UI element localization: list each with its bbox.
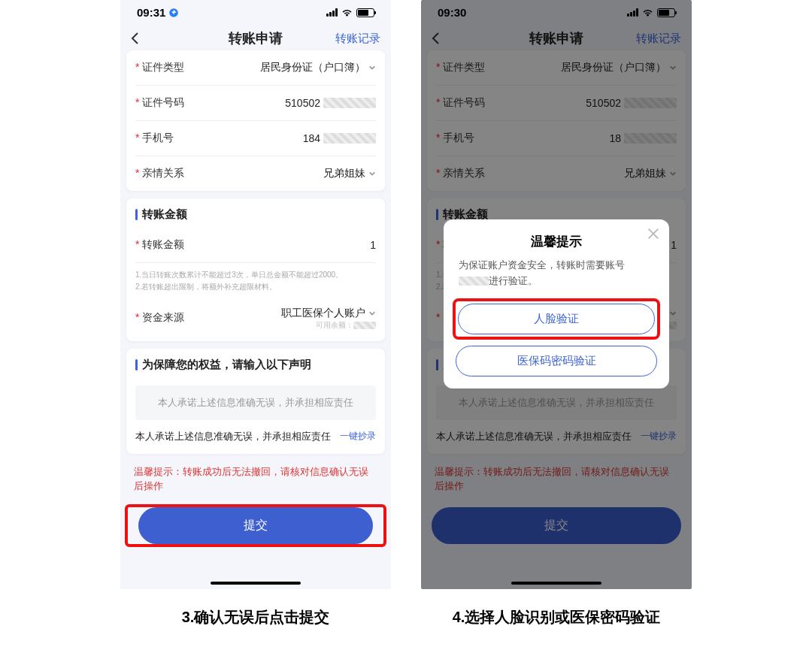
field-transfer-amount[interactable]: *转账金额 1 bbox=[135, 228, 376, 263]
chevron-down-icon bbox=[368, 310, 376, 317]
back-icon[interactable] bbox=[128, 31, 143, 46]
field-relationship[interactable]: *亲情关系 兄弟姐妹 bbox=[135, 156, 376, 191]
battery-icon bbox=[356, 8, 374, 17]
section-title-amount: 转账金额 bbox=[135, 198, 376, 228]
status-time: 09:31 bbox=[137, 6, 165, 19]
declaration-input[interactable]: 本人承诺上述信息准确无误，并承担相应责任 一键抄录 bbox=[135, 429, 376, 454]
phone-screenshot-1: 09:31 转账申请 转账记录 *证件类型 居民身份证（户口簿） bbox=[120, 0, 391, 589]
masked-text bbox=[459, 277, 489, 286]
amount-card: 转账金额 *转账金额 1 1.当日转账次数累计不能超过3次，单日总金额不能超过2… bbox=[126, 198, 385, 341]
chevron-down-icon bbox=[368, 64, 376, 71]
field-phone[interactable]: *手机号 184 bbox=[135, 121, 376, 156]
page-header: 转账申请 转账记录 bbox=[120, 22, 391, 55]
personal-info-card: *证件类型 居民身份证（户口簿） *证件号码 510502 *手机号 184 *… bbox=[126, 50, 385, 191]
close-icon[interactable] bbox=[647, 227, 660, 240]
verification-modal: 温馨提示 为保证账户资金安全，转账时需要账号进行验证。 人脸验证 医保码密码验证 bbox=[444, 219, 669, 388]
phone-screenshot-2: 09:30 转账申请 转账记录 *证件类型居民身份证（户口簿） *证件号码510… bbox=[421, 0, 692, 589]
signal-icon bbox=[326, 8, 338, 17]
field-fund-source[interactable]: *资金来源 职工医保个人账户 可用余额： bbox=[135, 296, 376, 341]
amount-tips: 1.当日转账次数累计不能超过3次，单日总金额不能超过2000。 2.若转账超出限… bbox=[135, 263, 376, 296]
masked-text bbox=[323, 133, 376, 144]
chevron-down-icon bbox=[368, 170, 376, 177]
status-bar: 09:31 bbox=[120, 0, 391, 22]
copy-button[interactable]: 一键抄录 bbox=[340, 429, 376, 443]
field-cert-no[interactable]: *证件号码 510502 bbox=[135, 86, 376, 121]
submit-button[interactable]: 提交 bbox=[138, 507, 373, 544]
available-balance: 可用余额： bbox=[281, 320, 376, 331]
password-verify-button[interactable]: 医保码密码验证 bbox=[456, 346, 657, 376]
page-title: 转账申请 bbox=[229, 29, 283, 47]
section-title-declaration: 为保障您的权益，请输入以下声明 bbox=[135, 349, 376, 378]
highlight-box: 人脸验证 bbox=[456, 301, 657, 337]
records-link[interactable]: 转账记录 bbox=[335, 32, 380, 46]
face-verify-button[interactable]: 人脸验证 bbox=[458, 304, 655, 334]
warning-text: 温馨提示：转账成功后无法撤回，请核对信息确认无误后操作 bbox=[120, 461, 391, 503]
modal-text: 为保证账户资金安全，转账时需要账号进行验证。 bbox=[456, 258, 657, 289]
location-icon bbox=[168, 8, 179, 18]
declaration-template: 本人承诺上述信息准确无误，并承担相应责任 bbox=[135, 385, 376, 420]
caption-2: 4.选择人脸识别或医保密码验证 bbox=[453, 607, 661, 627]
wifi-icon bbox=[341, 8, 353, 17]
masked-text bbox=[323, 98, 376, 108]
declaration-card: 为保障您的权益，请输入以下声明 本人承诺上述信息准确无误，并承担相应责任 本人承… bbox=[126, 349, 385, 454]
home-indicator bbox=[211, 582, 301, 585]
modal-title: 温馨提示 bbox=[456, 233, 657, 250]
caption-1: 3.确认无误后点击提交 bbox=[182, 607, 330, 627]
field-cert-type[interactable]: *证件类型 居民身份证（户口簿） bbox=[135, 50, 376, 86]
